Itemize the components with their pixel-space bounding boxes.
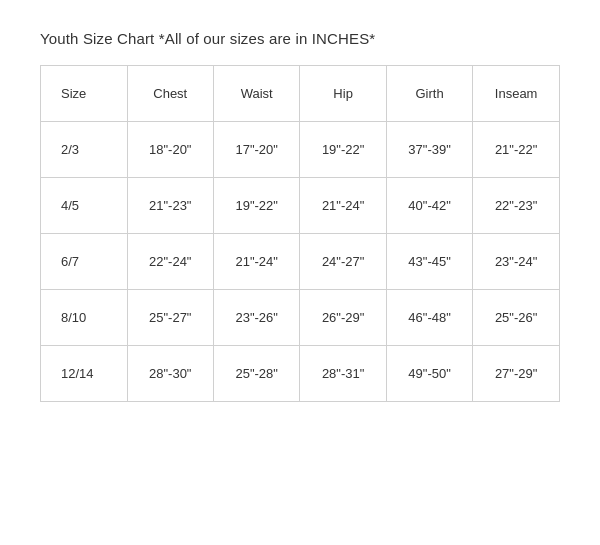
measurement-cell: 43"-45" (386, 234, 472, 290)
measurement-cell: 28"-30" (127, 346, 213, 402)
measurement-cell: 19"-22" (300, 122, 386, 178)
measurement-cell: 25"-28" (213, 346, 299, 402)
measurement-cell: 25"-26" (473, 290, 560, 346)
table-row: 6/722"-24"21"-24"24"-27"43"-45"23"-24" (41, 234, 560, 290)
measurement-cell: 23"-24" (473, 234, 560, 290)
measurement-cell: 49"-50" (386, 346, 472, 402)
measurement-cell: 21"-24" (300, 178, 386, 234)
column-header-waist: Waist (213, 66, 299, 122)
measurement-cell: 46"-48" (386, 290, 472, 346)
column-header-chest: Chest (127, 66, 213, 122)
measurement-cell: 37"-39" (386, 122, 472, 178)
measurement-cell: 21"-24" (213, 234, 299, 290)
measurement-cell: 18"-20" (127, 122, 213, 178)
measurement-cell: 23"-26" (213, 290, 299, 346)
measurement-cell: 27"-29" (473, 346, 560, 402)
table-row: 8/1025"-27"23"-26"26"-29"46"-48"25"-26" (41, 290, 560, 346)
measurement-cell: 25"-27" (127, 290, 213, 346)
size-cell: 8/10 (41, 290, 128, 346)
measurement-cell: 21"-22" (473, 122, 560, 178)
measurement-cell: 19"-22" (213, 178, 299, 234)
measurement-cell: 21"-23" (127, 178, 213, 234)
size-table: SizeChestWaistHipGirthInseam 2/318"-20"1… (40, 65, 560, 402)
size-cell: 2/3 (41, 122, 128, 178)
measurement-cell: 28"-31" (300, 346, 386, 402)
table-header-row: SizeChestWaistHipGirthInseam (41, 66, 560, 122)
column-header-inseam: Inseam (473, 66, 560, 122)
size-cell: 4/5 (41, 178, 128, 234)
column-header-hip: Hip (300, 66, 386, 122)
measurement-cell: 22"-23" (473, 178, 560, 234)
measurement-cell: 22"-24" (127, 234, 213, 290)
size-cell: 12/14 (41, 346, 128, 402)
column-header-girth: Girth (386, 66, 472, 122)
page-title: Youth Size Chart *All of our sizes are i… (40, 30, 560, 47)
measurement-cell: 24"-27" (300, 234, 386, 290)
table-row: 2/318"-20"17"-20"19"-22"37"-39"21"-22" (41, 122, 560, 178)
table-row: 12/1428"-30"25"-28"28"-31"49"-50"27"-29" (41, 346, 560, 402)
size-cell: 6/7 (41, 234, 128, 290)
measurement-cell: 40"-42" (386, 178, 472, 234)
measurement-cell: 26"-29" (300, 290, 386, 346)
measurement-cell: 17"-20" (213, 122, 299, 178)
column-header-size: Size (41, 66, 128, 122)
table-row: 4/521"-23"19"-22"21"-24"40"-42"22"-23" (41, 178, 560, 234)
size-chart-container: Youth Size Chart *All of our sizes are i… (40, 30, 560, 402)
